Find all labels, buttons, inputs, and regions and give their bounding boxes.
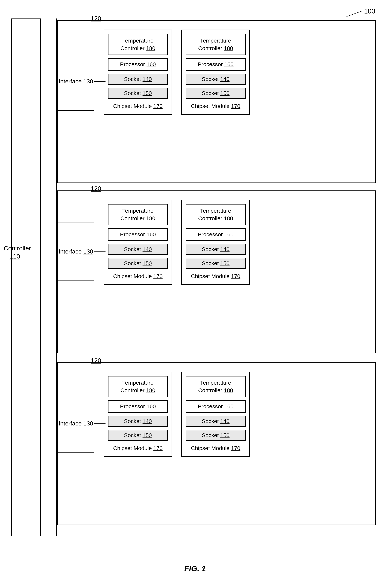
processor-2-1: Processor 160 [108, 228, 168, 241]
chipset-2-2: Chipset Module 170 [186, 272, 246, 280]
socket150-1-1: Socket 150 [108, 88, 168, 99]
modules-group3: Temperature Controller 180 Processor 160… [104, 372, 250, 457]
temp-ctrl-2-1: Temperature Controller 180 [108, 204, 168, 225]
socket140-3-1: Socket 140 [108, 416, 168, 427]
chipset-1-2: Chipset Module 170 [186, 102, 246, 110]
chipset-2-1: Chipset Module 170 [108, 272, 168, 280]
socket140-2-2: Socket 140 [186, 244, 246, 255]
controller-label: Controller 110 [4, 244, 26, 260]
module-col-3-2: Temperature Controller 180 Processor 160… [181, 372, 250, 457]
socket140-2-1: Socket 140 [108, 244, 168, 255]
interface-box-1: Interface 130 [57, 52, 95, 111]
label-120-group3: 120 [91, 357, 101, 364]
chipset-1-1: Chipset Module 170 [108, 102, 168, 110]
processor-3-1: Processor 160 [108, 400, 168, 413]
processor-1-2: Processor 160 [186, 58, 246, 71]
temp-ctrl-1-1: Temperature Controller 180 [108, 34, 168, 55]
socket150-2-2: Socket 150 [186, 258, 246, 269]
temp-ctrl-3-2: Temperature Controller 180 [186, 376, 246, 397]
controller-outer-box [11, 18, 41, 536]
module-col-3-1: Temperature Controller 180 Processor 160… [104, 372, 172, 457]
modules-group1: Temperature Controller 180 Processor 160… [104, 30, 250, 115]
page: 100 Controller 110 120 Interface 130 Tem… [0, 0, 390, 588]
chipset-3-2: Chipset Module 170 [186, 444, 246, 452]
processor-3-2: Processor 160 [186, 400, 246, 413]
figure-caption: FIG. 1 [184, 564, 206, 573]
label-120-group2: 120 [91, 185, 101, 192]
vertical-connector [56, 18, 57, 536]
ref-number: 100 [364, 7, 375, 15]
interface-box-3: Interface 130 [57, 394, 95, 453]
socket140-3-2: Socket 140 [186, 416, 246, 427]
socket150-2-1: Socket 150 [108, 258, 168, 269]
module-col-2-2: Temperature Controller 180 Processor 160… [181, 200, 250, 285]
socket140-1-1: Socket 140 [108, 74, 168, 85]
temp-ctrl-2-2: Temperature Controller 180 [186, 204, 246, 225]
module-col-1-2: Temperature Controller 180 Processor 160… [181, 30, 250, 115]
module-col-1-1: Temperature Controller 180 Processor 160… [104, 30, 172, 115]
temp-ctrl-1-2: Temperature Controller 180 [186, 34, 246, 55]
interface-box-2: Interface 130 [57, 222, 95, 281]
processor-2-2: Processor 160 [186, 228, 246, 241]
socket150-3-1: Socket 150 [108, 430, 168, 441]
modules-group2: Temperature Controller 180 Processor 160… [104, 200, 250, 285]
socket150-3-2: Socket 150 [186, 430, 246, 441]
socket140-1-2: Socket 140 [186, 74, 246, 85]
temp-ctrl-3-1: Temperature Controller 180 [108, 376, 168, 397]
module-col-2-1: Temperature Controller 180 Processor 160… [104, 200, 172, 285]
processor-1-1: Processor 160 [108, 58, 168, 71]
chipset-3-1: Chipset Module 170 [108, 444, 168, 452]
socket150-1-2: Socket 150 [186, 88, 246, 99]
label-120-group1: 120 [91, 15, 101, 22]
